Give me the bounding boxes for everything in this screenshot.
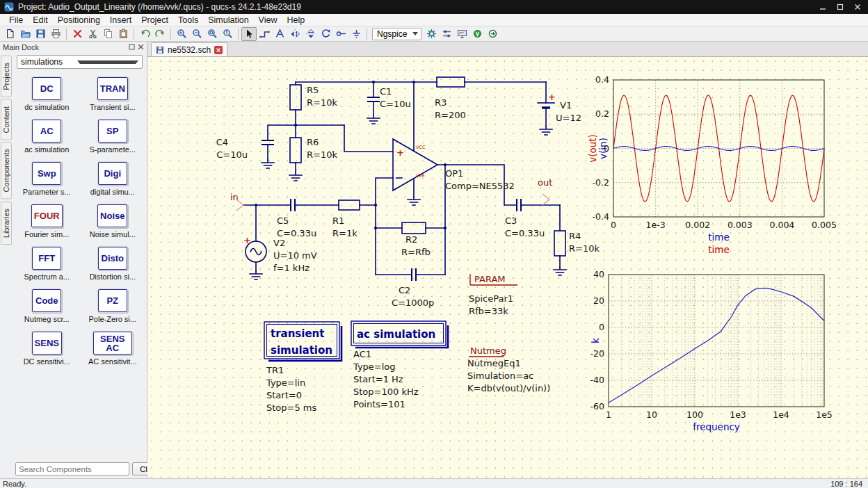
print-icon[interactable]: [48, 27, 63, 41]
mirror-horizontal-axis-icon[interactable]: [303, 27, 318, 41]
select-arrow-icon[interactable]: [241, 27, 257, 41]
resistor-R1[interactable]: R1 R=1k: [332, 200, 360, 238]
undo-icon[interactable]: [137, 27, 152, 41]
close-button[interactable]: [851, 1, 864, 13]
component-item[interactable]: FFT Spectrum a...: [15, 247, 79, 281]
component-item[interactable]: FOUR Fourier sim...: [15, 204, 79, 238]
component-item[interactable]: Digi digital simu...: [81, 162, 145, 196]
capacitor-C4[interactable]: C4 C=10u: [216, 137, 274, 160]
search-components-input[interactable]: [15, 462, 129, 475]
redo-icon[interactable]: [152, 27, 168, 41]
zoom-in-icon[interactable]: [174, 27, 189, 41]
menu-item[interactable]: Insert: [105, 15, 136, 26]
insert-ground-icon[interactable]: [348, 27, 364, 41]
components-panel: simulations DC dc simulation TRAN: [13, 53, 147, 478]
component-item[interactable]: AC ac simulation: [15, 120, 79, 154]
voltage-probe-icon[interactable]: [469, 27, 485, 41]
category-select[interactable]: simulations: [17, 55, 143, 69]
zoom-out-icon[interactable]: [189, 27, 204, 41]
time-domain-plot[interactable]: 01e-30.0020.0030.0040.0050.40.20-0.2-0.4…: [587, 74, 837, 255]
menu-item[interactable]: Project: [136, 15, 173, 26]
dock-tab[interactable]: Projects: [1, 56, 12, 97]
delete-icon[interactable]: [70, 27, 85, 41]
menu-item[interactable]: Simulation: [203, 15, 253, 26]
insert-wire-icon[interactable]: [257, 27, 272, 41]
component-item-icon: SENS AC: [93, 332, 132, 355]
component-item[interactable]: DC dc simulation: [15, 77, 79, 111]
svg-text:AC1: AC1: [353, 349, 371, 359]
svg-text:+: +: [396, 147, 404, 158]
open-file-icon[interactable]: [17, 27, 33, 41]
frequency-response-plot[interactable]: 1101001e31e41e540200-20-40-60frequencyk: [590, 269, 833, 432]
tab-close-icon[interactable]: [214, 46, 223, 54]
dock-close-icon[interactable]: [138, 43, 144, 51]
engine-select[interactable]: Ngspice: [372, 28, 421, 40]
display-data-icon[interactable]: [454, 27, 469, 41]
port-out[interactable]: out: [538, 177, 552, 205]
component-item[interactable]: Code Nutmeg scr...: [15, 289, 79, 323]
component-item[interactable]: Swp Parameter s...: [15, 162, 79, 196]
menu-item[interactable]: View: [254, 15, 282, 26]
voltage-source-V2[interactable]: + V2 U=10 mV f=1 kHz: [243, 235, 317, 273]
maximize-button[interactable]: [833, 1, 846, 13]
dock-tab[interactable]: Components: [1, 142, 12, 199]
schematic-canvas[interactable]: R5 R=10k C1 C=10u R3 R=200: [147, 57, 868, 478]
resistor-R5[interactable]: R5 R=10k: [290, 85, 337, 110]
current-probe-icon[interactable]: [485, 27, 500, 41]
menu-item[interactable]: Help: [282, 15, 310, 26]
svg-text:transient: transient: [271, 327, 324, 340]
component-item[interactable]: TRAN Transient si...: [81, 77, 145, 111]
simulate-icon[interactable]: [424, 27, 439, 41]
component-item-caption: ac simulation: [24, 145, 69, 154]
copy-icon[interactable]: [100, 27, 115, 41]
menu-item[interactable]: File: [4, 15, 28, 26]
component-item[interactable]: SP S-paramete...: [81, 120, 145, 154]
dock-tab[interactable]: Libraries: [1, 202, 12, 245]
zoom-original-icon[interactable]: [220, 27, 235, 41]
component-item[interactable]: Disto Distortion si...: [81, 247, 145, 281]
ac-simulation-block[interactable]: ac simulation AC1 Type=log Start=1 Hz St…: [351, 321, 448, 409]
menu-item[interactable]: Edit: [28, 15, 53, 26]
svg-text:0.4: 0.4: [595, 74, 609, 85]
svg-text:R=10k: R=10k: [569, 243, 600, 254]
minimize-button[interactable]: [816, 1, 829, 13]
svg-text:R=Rfb: R=Rfb: [401, 247, 431, 257]
resistor-R4[interactable]: R4 R=10k: [554, 231, 600, 256]
component-item[interactable]: SENS AC AC sensitivit...: [81, 332, 145, 366]
component-item[interactable]: PZ Pole-Zero si...: [81, 289, 145, 323]
new-file-icon[interactable]: [2, 27, 17, 41]
paste-icon[interactable]: [115, 27, 131, 41]
resistor-R6[interactable]: R6 R=10k: [290, 137, 337, 163]
menu-item[interactable]: Tools: [173, 15, 203, 26]
port-in[interactable]: in: [230, 192, 243, 211]
svg-text:C5: C5: [277, 215, 289, 226]
mirror-vertical-axis-icon[interactable]: [287, 27, 303, 41]
voltage-source-V1[interactable]: + V1 U=12: [538, 92, 581, 123]
simulation-settings-icon[interactable]: [439, 27, 454, 41]
dock-float-icon[interactable]: [129, 43, 135, 51]
insert-label-icon[interactable]: [272, 27, 287, 41]
save-icon[interactable]: [33, 27, 48, 41]
dock-tab[interactable]: Content: [1, 99, 12, 140]
insert-port-icon[interactable]: [333, 27, 348, 41]
transient-simulation-block[interactable]: transient simulation TR1 Type=lin Start=…: [264, 322, 341, 413]
component-item[interactable]: SENS DC sensitivi...: [15, 332, 79, 366]
component-item-icon: Code: [32, 289, 61, 312]
rotate-icon[interactable]: [318, 27, 333, 41]
nutmeg-equation-block[interactable]: Nutmeg NutmegEq1 Simulation=ac K=db(v(ou…: [467, 345, 550, 393]
spice-param-block[interactable]: PARAM SpicePar1 Rfb=33k: [469, 274, 517, 316]
svg-text:C1: C1: [380, 86, 392, 97]
menu-item[interactable]: Positioning: [53, 15, 105, 26]
component-item[interactable]: Noise Noise simul...: [81, 204, 145, 238]
cut-icon[interactable]: [85, 27, 100, 41]
document-tab-label: ne5532.sch: [168, 45, 211, 55]
svg-text:v(out): v(out): [587, 134, 598, 163]
svg-text:0.002: 0.002: [685, 220, 710, 230]
resistor-R3[interactable]: R3 R=200: [435, 77, 466, 120]
document-tabbar: ne5532.sch: [147, 42, 868, 57]
svg-text:U=10 mV: U=10 mV: [273, 250, 317, 261]
document-tab[interactable]: ne5532.sch: [151, 42, 227, 56]
zoom-fit-icon[interactable]: [204, 27, 220, 41]
component-item-caption: Noise simul...: [90, 230, 136, 238]
resistor-R2[interactable]: R2 R=Rfb: [401, 222, 431, 257]
